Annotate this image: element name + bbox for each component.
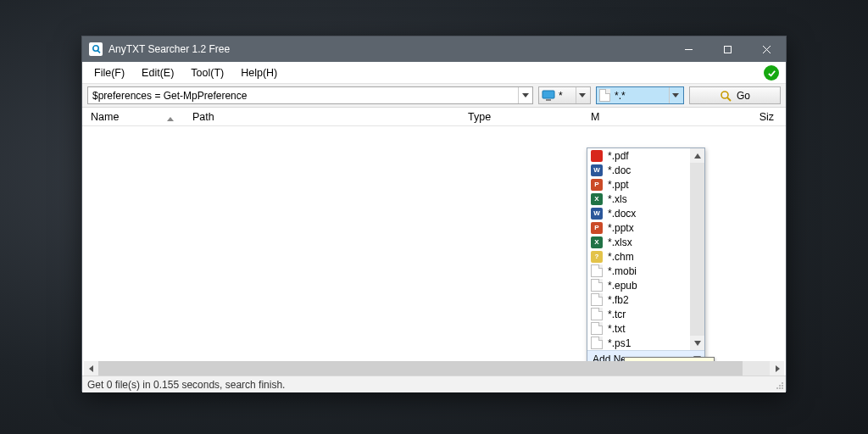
svg-point-11: [721, 92, 728, 98]
scroll-down-icon[interactable]: [690, 336, 704, 350]
filetype-option-label: *.pptx: [608, 222, 634, 234]
svg-rect-3: [724, 46, 731, 53]
col-modified[interactable]: M: [582, 111, 701, 123]
search-history-dropdown[interactable]: [518, 87, 532, 103]
chevron-down-icon: [669, 87, 681, 103]
svg-point-19: [779, 385, 781, 387]
filetype-option[interactable]: X*.xls: [587, 192, 704, 206]
svg-marker-17: [776, 365, 780, 372]
file-icon: P: [591, 222, 603, 234]
filetype-option[interactable]: X*.xlsx: [587, 235, 704, 249]
app-window: AnyTXT Searcher 1.2 Free File(F) Edit(E)…: [81, 36, 787, 392]
filetype-option[interactable]: *.tcr: [587, 307, 704, 321]
scroll-right-icon[interactable]: [770, 361, 784, 376]
file-icon: W: [591, 208, 603, 220]
search-input[interactable]: [87, 86, 533, 104]
svg-point-0: [93, 46, 98, 51]
svg-line-1: [97, 51, 100, 53]
file-icon: ?: [591, 251, 603, 263]
filetype-option[interactable]: W*.docx: [587, 206, 704, 220]
filetype-option[interactable]: P*.ppt: [587, 177, 704, 192]
file-icon: [591, 150, 603, 162]
svg-point-18: [782, 382, 783, 384]
svg-marker-16: [89, 365, 93, 372]
go-button[interactable]: Go: [689, 86, 781, 104]
resize-grip-icon[interactable]: [774, 381, 784, 392]
toolbar: * *.* Go: [82, 84, 786, 108]
filetype-option[interactable]: *.txt: [587, 321, 704, 336]
menu-edit[interactable]: Edit(E): [133, 64, 182, 81]
filetype-option-label: *.ps1: [608, 337, 631, 349]
app-icon: [89, 42, 103, 56]
svg-rect-7: [542, 91, 554, 98]
file-icon: [591, 337, 603, 349]
scroll-up-icon[interactable]: [690, 148, 704, 163]
filetype-option[interactable]: ?*.chm: [587, 249, 704, 264]
col-name[interactable]: Name: [82, 111, 184, 123]
filetype-option[interactable]: P*.pptx: [587, 220, 704, 235]
filetype-option[interactable]: *.fb2: [587, 292, 704, 307]
volume-selector[interactable]: *: [538, 86, 591, 104]
filetype-option-label: *.fb2: [608, 294, 629, 306]
svg-marker-14: [694, 341, 701, 346]
filetype-option-label: *.txt: [608, 323, 626, 335]
svg-point-20: [782, 385, 783, 387]
results-header: Name Path Type M Siz: [82, 108, 786, 126]
filetype-option-label: *.docx: [608, 208, 636, 220]
maximize-button[interactable]: [708, 36, 747, 62]
col-type[interactable]: Type: [459, 111, 582, 123]
filetype-dropdown: *.pdfW*.docP*.pptX*.xlsW*.docxP*.pptxX*.…: [587, 147, 705, 368]
filetype-option[interactable]: *.ps1: [587, 336, 704, 350]
filetype-option-label: *.tcr: [608, 309, 626, 320]
window-title: AnyTXT Searcher 1.2 Free: [108, 43, 669, 55]
dropdown-scrollbar[interactable]: [690, 148, 704, 350]
svg-point-22: [779, 387, 781, 389]
statusbar: Get 0 file(s) in 0.155 seconds, search f…: [82, 376, 786, 392]
file-icon: P: [591, 179, 603, 191]
menu-help[interactable]: Help(H): [232, 64, 286, 81]
filetype-option-label: *.mobi: [608, 265, 637, 277]
file-icon: [591, 279, 603, 292]
file-icon: [591, 293, 603, 306]
horizontal-scrollbar[interactable]: [84, 361, 784, 376]
filetype-selector[interactable]: *.*: [596, 86, 684, 104]
file-icon: [599, 89, 610, 102]
filetype-option[interactable]: W*.doc: [587, 163, 704, 177]
svg-marker-9: [579, 93, 586, 97]
svg-line-12: [727, 97, 731, 101]
sort-asc-icon: [167, 117, 174, 121]
svg-rect-8: [546, 99, 551, 101]
filetype-option-label: *.ppt: [608, 179, 629, 191]
filetype-option[interactable]: *.epub: [587, 278, 704, 292]
col-size[interactable]: Siz: [701, 111, 786, 123]
menu-file[interactable]: File(F): [86, 64, 133, 81]
search-icon: [720, 90, 732, 102]
filetype-option-label: *.xls: [608, 193, 627, 205]
svg-point-21: [776, 387, 778, 389]
filetype-option-label: *.chm: [608, 251, 634, 263]
minimize-button[interactable]: [669, 36, 708, 62]
volume-label: *: [559, 90, 572, 102]
scroll-left-icon[interactable]: [84, 361, 98, 376]
chevron-down-icon: [576, 87, 587, 103]
status-text: Get 0 file(s) in 0.155 seconds, search f…: [87, 379, 285, 391]
svg-point-23: [782, 387, 783, 389]
menubar: File(F) Edit(E) Tool(T) Help(H): [82, 62, 786, 84]
filetype-option[interactable]: *.mobi: [587, 264, 704, 278]
svg-marker-6: [522, 93, 529, 97]
filetype-option-label: *.doc: [608, 164, 631, 176]
monitor-icon: [542, 90, 555, 102]
col-path[interactable]: Path: [184, 111, 459, 123]
file-icon: W: [591, 164, 603, 176]
filetype-option-label: *.epub: [608, 280, 637, 292]
file-icon: [591, 308, 603, 320]
filetype-label: *.*: [615, 90, 665, 102]
menu-tool[interactable]: Tool(T): [182, 64, 232, 81]
file-icon: X: [591, 236, 603, 248]
filetype-option-label: *.xlsx: [608, 236, 632, 248]
file-icon: [591, 322, 603, 335]
titlebar[interactable]: AnyTXT Searcher 1.2 Free: [82, 36, 786, 62]
close-button[interactable]: [747, 36, 786, 62]
file-icon: X: [591, 193, 603, 205]
filetype-option[interactable]: *.pdf: [587, 148, 704, 163]
